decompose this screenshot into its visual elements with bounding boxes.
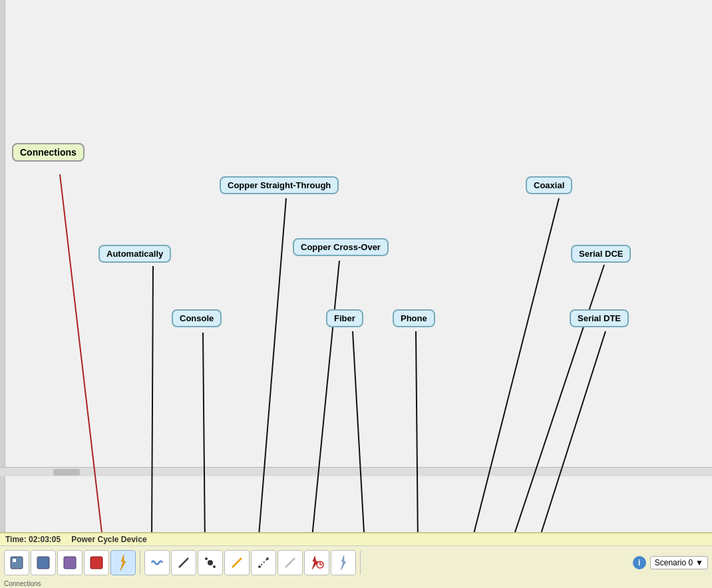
toolbar-bottom-labels: Connections: [0, 579, 712, 588]
svg-line-7: [353, 331, 365, 532]
serial-dce-button[interactable]: [304, 550, 329, 575]
connections-label: Connections: [12, 143, 85, 162]
svg-point-20: [205, 557, 208, 560]
status-bar: Time: 02:03:05 Power Cycle Device: [0, 533, 712, 546]
automatically-label: Automatically: [98, 245, 171, 263]
svg-line-4: [203, 333, 205, 532]
auto-connect-button[interactable]: [144, 550, 170, 575]
connections-bottom-label: Connections: [4, 580, 41, 587]
action-display: Power Cycle Device: [71, 535, 146, 544]
svg-line-26: [285, 558, 295, 567]
left-panel: [0, 0, 5, 532]
coaxial-button[interactable]: [277, 550, 303, 575]
move-layout-button[interactable]: [31, 550, 56, 575]
coaxial-label: Coaxial: [526, 176, 572, 194]
svg-marker-31: [341, 555, 345, 570]
svg-point-25: [266, 557, 269, 560]
serial-dce-label: Serial DCE: [571, 245, 631, 263]
svg-point-24: [258, 565, 261, 568]
scenario-dropdown[interactable]: Scenario 0 ▼: [650, 556, 708, 569]
main-canvas: Connections Automatically Console Copper…: [0, 0, 712, 532]
svg-line-22: [232, 558, 242, 567]
info-icon: i: [633, 556, 646, 569]
toolbar-row: i Scenario 0 ▼: [0, 546, 712, 579]
svg-line-9: [471, 198, 559, 532]
copper-crossover-button[interactable]: [198, 550, 223, 575]
bottom-toolbar: Time: 02:03:05 Power Cycle Device: [0, 532, 712, 588]
svg-rect-16: [90, 557, 102, 569]
svg-line-8: [416, 331, 418, 532]
delete-button[interactable]: [84, 550, 109, 575]
scenario-section: i Scenario 0 ▼: [633, 556, 708, 569]
select-button[interactable]: [4, 550, 29, 575]
console-label: Console: [172, 309, 222, 327]
svg-line-5: [258, 198, 286, 532]
svg-line-6: [311, 261, 339, 532]
arrows-overlay: [0, 0, 712, 532]
svg-rect-15: [64, 557, 76, 569]
scrollbar[interactable]: [0, 467, 712, 476]
phone-button[interactable]: [251, 550, 276, 575]
serial-dte-button[interactable]: [331, 550, 356, 575]
fiber-button[interactable]: [224, 550, 250, 575]
place-note-button[interactable]: [57, 550, 83, 575]
svg-point-19: [208, 560, 213, 565]
svg-rect-13: [13, 559, 16, 562]
svg-line-2: [60, 174, 103, 532]
scenario-label: Scenario 0: [655, 558, 693, 567]
svg-marker-17: [120, 555, 126, 571]
svg-rect-14: [37, 557, 49, 569]
svg-line-10: [511, 265, 604, 532]
time-display: Time: 02:03:05: [5, 535, 61, 544]
phone-label: Phone: [393, 309, 435, 327]
scenario-dropdown-arrow: ▼: [695, 558, 703, 567]
svg-line-11: [538, 331, 606, 532]
copper-crossover-label: Copper Cross-Over: [293, 238, 389, 256]
toolbar-separator-2: [360, 551, 361, 575]
svg-line-3: [152, 266, 153, 532]
copper-straight-label: Copper Straight-Through: [220, 176, 339, 194]
svg-point-21: [213, 565, 216, 568]
copper-straight-button[interactable]: [171, 550, 196, 575]
toolbar-separator-1: [140, 551, 140, 575]
fiber-label: Fiber: [326, 309, 363, 327]
svg-rect-12: [11, 557, 23, 569]
serial-dte-label: Serial DTE: [570, 309, 629, 327]
svg-line-18: [179, 558, 188, 567]
inspect-button[interactable]: [110, 550, 136, 575]
